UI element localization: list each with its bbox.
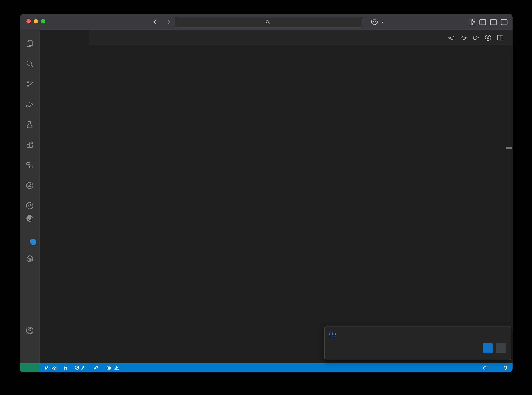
git-branch-icon [44,366,49,370]
run-debug-icon[interactable] [26,100,34,109]
source-control-icon[interactable] [26,80,34,88]
code-editor[interactable] [40,52,513,363]
status-bar [20,363,513,372]
editor-actions [448,30,509,45]
window-close-button[interactable] [27,19,31,23]
bell-icon [503,366,508,370]
edge-browser-icon[interactable] [26,214,34,223]
account-icon[interactable] [26,326,34,335]
breadcrumb [40,45,513,52]
titlebar [20,14,513,30]
editor-scrollbar[interactable] [505,52,513,363]
copilot-icon[interactable] [371,18,378,26]
copilot-icon [483,366,488,370]
tab-bar [40,30,513,45]
nx-badge [30,239,36,245]
vscode-window: i [20,14,513,372]
git-sync-icon [63,366,68,370]
activity-bar [20,30,40,363]
circled-graph-at-icon[interactable] [26,202,34,210]
shield-check-icon [75,366,79,370]
problems-item[interactable] [107,366,121,370]
view-results-button[interactable] [496,343,506,353]
toggle-sidebar-right-icon[interactable] [500,18,508,26]
notifications-bell-item[interactable] [503,366,508,370]
toggle-panel-icon[interactable] [489,18,497,26]
nx-icon[interactable] [26,235,34,244]
git-sync-item[interactable] [63,366,68,370]
navigate-back-icon[interactable] [152,18,160,26]
extensions-icon[interactable] [26,141,34,149]
step-back-icon[interactable] [448,34,455,41]
settings-gear-icon[interactable] [26,346,34,355]
tab-app-ts[interactable] [40,30,89,45]
command-center-search[interactable] [175,17,362,27]
git-branch-item[interactable] [44,366,57,370]
connected-boxes-icon[interactable] [26,161,34,169]
info-icon: i [329,331,336,337]
search-icon [265,19,270,25]
testing-beaker-icon[interactable] [26,121,34,129]
circled-graph-icon[interactable] [26,181,34,190]
editor-area [40,30,513,363]
current-position-icon[interactable] [460,34,467,41]
customize-layout-icon[interactable] [468,18,476,26]
navigate-forward-icon[interactable] [164,18,172,26]
rocket-icon [81,366,86,370]
chevron-down-icon[interactable] [380,20,384,24]
container-cube-icon[interactable] [26,255,34,263]
nx-graph-icon[interactable] [484,34,492,41]
publish-cloud-icon [52,366,57,370]
split-editor-icon[interactable] [497,34,504,41]
wrench-icon [94,366,98,370]
window-minimize-button[interactable] [34,19,38,23]
nx-cloud-fix-item[interactable] [94,366,100,370]
error-icon [107,366,111,370]
explorer-files-icon[interactable] [26,39,34,48]
warning-icon [114,366,119,370]
remote-indicator[interactable] [20,363,40,372]
window-zoom-button[interactable] [41,19,45,23]
step-forward-icon[interactable] [472,34,479,41]
toggle-sidebar-left-icon[interactable] [479,18,487,26]
view-commit-button[interactable] [483,343,493,353]
launchpad-item[interactable] [75,366,87,370]
overview-ruler-mark [506,148,512,149]
copilot-status-item[interactable] [483,366,488,370]
notification-toast: i [324,327,511,360]
search-icon[interactable] [26,60,34,68]
